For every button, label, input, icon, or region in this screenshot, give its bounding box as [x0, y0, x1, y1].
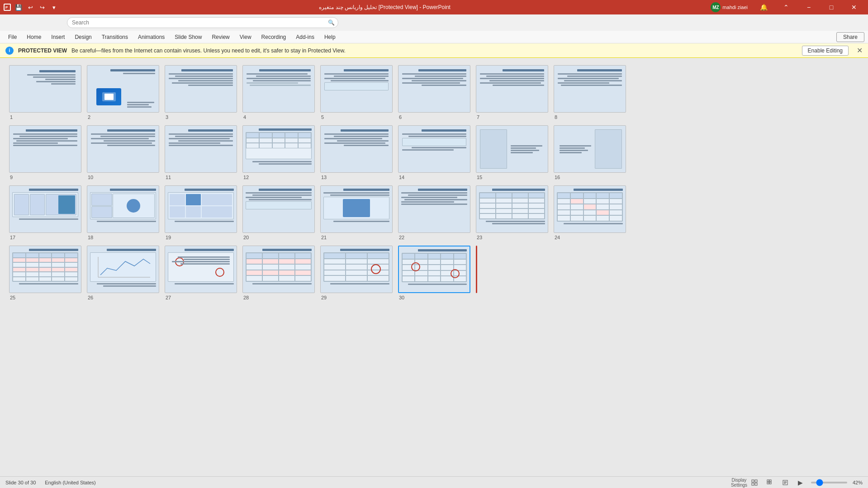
slide-thumb-1[interactable]: [9, 65, 81, 113]
menu-recording[interactable]: Recording: [257, 32, 291, 42]
slide-thumb-21[interactable]: [320, 185, 393, 233]
slide-item-7[interactable]: 7: [476, 65, 548, 120]
slide-thumb-12[interactable]: [242, 125, 315, 173]
slide-thumb-4[interactable]: [242, 65, 315, 113]
slide-thumb-7[interactable]: [476, 65, 548, 113]
menu-view[interactable]: View: [235, 32, 256, 42]
slide-row-3: 17 18: [9, 185, 859, 240]
slide-thumb-23[interactable]: [476, 185, 548, 233]
slide-thumb-3[interactable]: [165, 65, 237, 113]
slide-item-23[interactable]: 23: [476, 185, 548, 240]
menu-file[interactable]: File: [4, 32, 21, 42]
slide-item-11[interactable]: 11: [165, 125, 237, 180]
slide-item-22[interactable]: 22: [398, 185, 470, 240]
save-button[interactable]: 💾: [14, 2, 24, 12]
menu-transitions[interactable]: Transitions: [97, 32, 133, 42]
slide-item-5[interactable]: 5: [320, 65, 393, 120]
redo-button[interactable]: ↪: [37, 2, 47, 12]
menu-review[interactable]: Review: [207, 32, 234, 42]
slide-thumb-14[interactable]: [398, 125, 470, 173]
slide-item-13[interactable]: 13: [320, 125, 393, 180]
slide-item-2[interactable]: 2: [87, 65, 159, 120]
menu-slideshow[interactable]: Slide Show: [170, 32, 206, 42]
title-bar: P 💾 ↩ ↪ ▾ تحلیل واریانس چند متغیره [Prot…: [0, 0, 868, 14]
slide-item-15[interactable]: 15: [476, 125, 548, 180]
slide-thumb-30[interactable]: [398, 246, 470, 293]
menu-design[interactable]: Design: [70, 32, 96, 42]
slide-item-1[interactable]: 1: [9, 65, 81, 120]
slide-item-18[interactable]: 18: [87, 185, 159, 240]
share-button[interactable]: Share: [836, 32, 864, 42]
slide-item-29[interactable]: 29: [320, 246, 393, 300]
slide-thumb-25[interactable]: [9, 246, 81, 293]
undo-button[interactable]: ↩: [25, 2, 35, 12]
slide-sorter-button[interactable]: [765, 479, 775, 487]
slide-thumb-13[interactable]: [320, 125, 393, 173]
slide-item-12[interactable]: 12: [242, 125, 315, 180]
slide-thumb-19[interactable]: [165, 185, 237, 233]
customize-button[interactable]: ▾: [49, 2, 59, 12]
slide-thumb-18[interactable]: [87, 185, 159, 233]
slide-thumb-22[interactable]: [398, 185, 470, 233]
slide-row-2: 9 10: [9, 125, 859, 180]
slide-item-16[interactable]: 16: [554, 125, 626, 180]
slide-thumb-28[interactable]: [242, 246, 315, 293]
slide-item-26[interactable]: 26: [87, 246, 159, 300]
display-settings-button[interactable]: Display Settings: [734, 479, 744, 487]
slide-thumb-26[interactable]: [87, 246, 159, 293]
slide-item-19[interactable]: 19: [165, 185, 237, 240]
ribbon-button[interactable]: ⌃: [776, 0, 797, 14]
slide-item-27[interactable]: 27: [165, 246, 237, 300]
slide-thumb-5[interactable]: [320, 65, 393, 113]
slide-thumb-29[interactable]: [320, 246, 393, 293]
slide-thumb-6[interactable]: [398, 65, 470, 113]
slide-num-16: 16: [554, 175, 560, 180]
slide-item-8[interactable]: 8: [554, 65, 626, 120]
slide-thumb-15[interactable]: [476, 125, 548, 173]
reading-view-button[interactable]: [780, 479, 790, 487]
slide-item-25[interactable]: 25: [9, 246, 81, 300]
slideshow-view-button[interactable]: ▶: [796, 479, 806, 487]
normal-view-button[interactable]: [749, 479, 759, 487]
menu-insert[interactable]: Insert: [47, 32, 69, 42]
slide-thumb-10[interactable]: [87, 125, 159, 173]
slide-item-14[interactable]: 14: [398, 125, 470, 180]
notification-icon[interactable]: 🔔: [753, 0, 774, 14]
slide-item-6[interactable]: 6: [398, 65, 470, 120]
slide-item-28[interactable]: 28: [242, 246, 315, 300]
slide-num-15: 15: [476, 175, 482, 180]
slide-thumb-11[interactable]: [165, 125, 237, 173]
protected-view-bar: i PROTECTED VIEW Be careful—files from t…: [0, 43, 868, 58]
slide-item-30[interactable]: 30: [398, 246, 470, 300]
menu-animations[interactable]: Animations: [133, 32, 169, 42]
zoom-slider[interactable]: [811, 482, 847, 483]
slide-thumb-24[interactable]: [554, 185, 626, 233]
slide-item-20[interactable]: 20: [242, 185, 315, 240]
slide-num-12: 12: [242, 175, 249, 180]
slide-thumb-20[interactable]: [242, 185, 315, 233]
slide-thumb-27[interactable]: [165, 246, 237, 293]
slide-thumb-9[interactable]: [9, 125, 81, 173]
slide-item-17[interactable]: 17: [9, 185, 81, 240]
menu-addins[interactable]: Add-ins: [291, 32, 319, 42]
slide-thumb-17[interactable]: [9, 185, 81, 233]
menu-help[interactable]: Help: [320, 32, 340, 42]
slide-thumb-8[interactable]: [554, 65, 626, 113]
close-protected-bar-button[interactable]: ✕: [857, 46, 863, 55]
search-input[interactable]: [67, 17, 338, 28]
minimize-button[interactable]: −: [798, 0, 819, 14]
restore-button[interactable]: □: [821, 0, 842, 14]
slide-item-4[interactable]: 4: [242, 65, 315, 120]
slide-item-3[interactable]: 3: [165, 65, 237, 120]
slide-thumb-2[interactable]: [87, 65, 159, 113]
close-button[interactable]: ✕: [844, 0, 864, 14]
slide-item-9[interactable]: 9: [9, 125, 81, 180]
slide-thumb-16[interactable]: [554, 125, 626, 173]
slide-item-24[interactable]: 24: [554, 185, 626, 240]
enable-editing-button[interactable]: Enable Editing: [802, 46, 849, 56]
menu-home[interactable]: Home: [22, 32, 46, 42]
svg-rect-10: [767, 482, 769, 484]
slide-item-10[interactable]: 10: [87, 125, 159, 180]
slide-item-21[interactable]: 21: [320, 185, 393, 240]
search-wrapper: 🔍: [67, 17, 338, 28]
